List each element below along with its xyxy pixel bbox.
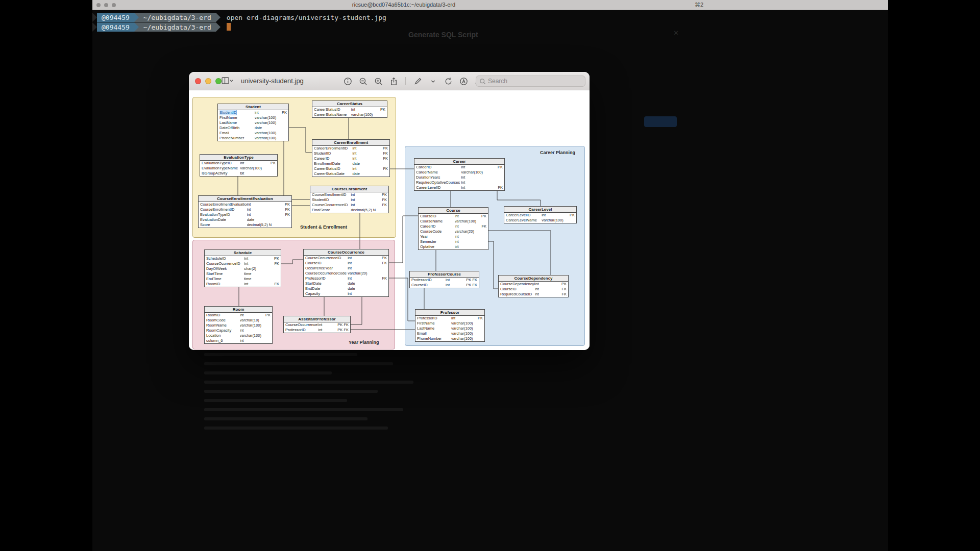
terminal-tab-shortcut: ⌘2 bbox=[695, 2, 703, 8]
erd-field-row: StudentIDintFK bbox=[312, 151, 389, 156]
close-button[interactable] bbox=[195, 78, 201, 84]
erd-field-row: CourseIDintFK bbox=[499, 287, 568, 292]
erd-field-row: CourseIDintPK FK bbox=[410, 283, 479, 288]
erd-field-row: CareerIDintFK bbox=[312, 156, 389, 161]
erd-table-title: CareerEnrollment bbox=[312, 140, 389, 146]
info-icon[interactable] bbox=[343, 77, 352, 86]
erd-table-assistantprofessor: AssistantProfessorCourseOccurrenceIDintP… bbox=[283, 316, 351, 333]
terminal-prompt-line: @094459 ~/eubigdata/3-erd open erd-diagr… bbox=[92, 13, 888, 22]
erd-field-row: CareerStatusNamevarchar(100) bbox=[312, 112, 387, 117]
minimize-button[interactable] bbox=[104, 3, 108, 7]
terminal-body[interactable]: @094459 ~/eubigdata/3-erd open erd-diagr… bbox=[92, 10, 888, 32]
erd-field-row: RequiredCourseIDintFK bbox=[499, 292, 568, 297]
erd-field-row: CourseEnrollmentIDintPK bbox=[310, 192, 388, 197]
background-text-remnants bbox=[204, 353, 413, 436]
prompt-arrow-icon bbox=[92, 22, 97, 32]
erd-field-row: DayOfWeekchar(2) bbox=[205, 266, 281, 271]
erd-table-careerlevel: CareerLevelCareerLevelIDintPKCareerLevel… bbox=[504, 206, 577, 223]
background-close-icon: ✕ bbox=[673, 29, 679, 37]
erd-field-row: Locationvarchar(100) bbox=[205, 333, 272, 338]
prompt-arrow-icon bbox=[92, 13, 97, 22]
preview-window-controls[interactable] bbox=[195, 78, 222, 84]
erd-field-row: CareerStatusDatedate bbox=[312, 171, 389, 177]
terminal-titlebar[interactable]: ricsue@bcd074a65b1c:~/eubigdata/3-erd ⌘2 bbox=[92, 0, 888, 10]
terminal-cursor bbox=[227, 23, 231, 31]
erd-field-row: LastNamevarchar(100) bbox=[218, 120, 288, 126]
erd-field-row: FinalScoredecimal(5,2) N bbox=[310, 208, 388, 213]
erd-field-row: column_6int bbox=[205, 338, 272, 343]
preview-toolbar bbox=[343, 77, 483, 86]
erd-field-row: CourseOcurrenceIDintFK bbox=[205, 261, 281, 266]
erd-field-row: EndDatedate bbox=[304, 286, 388, 291]
erd-table-courseenrollmentevaluation: CourseEnrollmentEvaluationCourseEnrollme… bbox=[198, 195, 292, 228]
erd-field-row: EnrollmentDatedate bbox=[312, 161, 389, 166]
erd-field-row: PhoneNumbervarchar(100) bbox=[415, 336, 484, 341]
erd-field-row: CourseOccurrenceIDintFK bbox=[310, 203, 388, 208]
erd-field-row: CareerIDintPK bbox=[414, 165, 504, 170]
search-input[interactable] bbox=[488, 78, 575, 85]
erd-table-title: AssistantProfessor bbox=[284, 316, 350, 322]
erd-field-row: CourseEnrollmentIDintFK bbox=[199, 207, 291, 212]
erd-table-title: CourseEnrollment bbox=[310, 186, 388, 192]
zoom-button[interactable] bbox=[215, 78, 222, 84]
erd-field-row: CareerLevelNamevarchar(100) bbox=[504, 218, 576, 223]
text-annotation-icon[interactable] bbox=[459, 77, 468, 86]
rotate-icon[interactable] bbox=[444, 77, 453, 86]
share-icon[interactable] bbox=[389, 77, 398, 86]
erd-field-row: RoomCapacityint bbox=[205, 328, 272, 333]
erd-field-row: IsGroupActivitybit bbox=[200, 171, 277, 176]
erd-table-title: CourseDependency bbox=[499, 276, 568, 282]
erd-field-row: LastNamevarchar(100) bbox=[415, 326, 484, 331]
erd-field-row: ProfessorIDintPK FK bbox=[284, 328, 350, 333]
erd-field-row: CourseIDintPK bbox=[419, 214, 488, 219]
erd-field-row: CareerLevelIDintFK bbox=[414, 185, 504, 190]
erd-field-row: Yearint bbox=[419, 234, 488, 239]
erd-field-row: RoomNamevarchar(100) bbox=[205, 323, 272, 328]
erd-table-course: CourseCourseIDintPKCourseNamevarchar(100… bbox=[418, 207, 488, 250]
erd-field-row: CourseNamevarchar(100) bbox=[419, 219, 488, 224]
terminal-window-controls[interactable] bbox=[96, 3, 116, 7]
erd-field-row: EvaluationTypeNamevarchar(100) bbox=[200, 166, 277, 171]
erd-field-row: CareerIDintFK bbox=[419, 224, 488, 229]
sidebar-toggle-icon[interactable] bbox=[222, 77, 234, 87]
erd-table-careerenrollment: CareerEnrollmentCareerEnrollmentIDintPKS… bbox=[312, 139, 390, 177]
erd-table-courseoccurrence: CourseOccurrenceCourseOccurrenceIDintPKC… bbox=[303, 249, 389, 297]
erd-field-row: RequiredOptativeCoursesint bbox=[414, 180, 504, 185]
terminal-prompt-line: @094459 ~/eubigdata/3-erd bbox=[92, 22, 888, 32]
zoom-out-icon[interactable] bbox=[358, 77, 368, 86]
erd-field-row: DateOfBirthdate bbox=[218, 126, 288, 131]
minimize-button[interactable] bbox=[205, 78, 211, 84]
powerline-separator-icon bbox=[216, 13, 220, 22]
erd-table-title: Room bbox=[205, 307, 272, 313]
search-field[interactable] bbox=[476, 76, 585, 87]
zoom-button[interactable] bbox=[112, 3, 116, 7]
prompt-path-segment: ~/eubigdata/3-erd bbox=[139, 22, 216, 32]
erd-table-title: CourseOccurrence bbox=[304, 249, 388, 256]
erd-table-title: CareerStatus bbox=[312, 101, 387, 107]
preview-titlebar[interactable]: university-student.jpg bbox=[189, 72, 590, 90]
erd-field-row: StartTimetime bbox=[205, 271, 281, 277]
erd-field-row: CourseOccurrenceIDintPK bbox=[304, 256, 388, 261]
prompt-path-segment: ~/eubigdata/3-erd bbox=[139, 13, 216, 22]
preview-content: Student & EnrollmentYear PlanningCareer … bbox=[189, 90, 590, 350]
close-button[interactable] bbox=[96, 3, 101, 7]
erd-table-title: CareerLevel bbox=[504, 207, 576, 213]
preview-document-title: university-student.jpg bbox=[241, 77, 304, 85]
erd-table-title: Course bbox=[419, 208, 488, 214]
erd-field-row: CourseOccurrenceIDintPK FK bbox=[284, 322, 350, 328]
erd-field-row: CourseIDintFK bbox=[304, 261, 388, 266]
markup-pen-icon[interactable] bbox=[413, 77, 422, 86]
erd-table-title: Professor bbox=[415, 310, 484, 316]
markup-chevron-down-icon[interactable] bbox=[428, 77, 437, 86]
erd-field-row: FirstNamevarchar(100) bbox=[415, 321, 484, 326]
erd-table-title: Schedule bbox=[205, 250, 281, 256]
erd-field-row: OccurrenceYearint bbox=[304, 266, 388, 271]
toolbar-divider bbox=[405, 77, 406, 85]
erd-field-row: PhoneNumbervarchar(100) bbox=[218, 136, 288, 141]
zoom-in-icon[interactable] bbox=[374, 77, 383, 86]
erd-field-row: EvaluationTypeIDintPK bbox=[200, 161, 277, 166]
background-primary-button bbox=[644, 116, 677, 127]
erd-field-row: EvaluationTypeIDintFK bbox=[199, 212, 291, 217]
erd-table-schedule: ScheduleScheduleIDintPKCourseOcurrenceID… bbox=[204, 249, 281, 287]
erd-field-row: CourseDependencyIDintPK bbox=[499, 282, 568, 287]
